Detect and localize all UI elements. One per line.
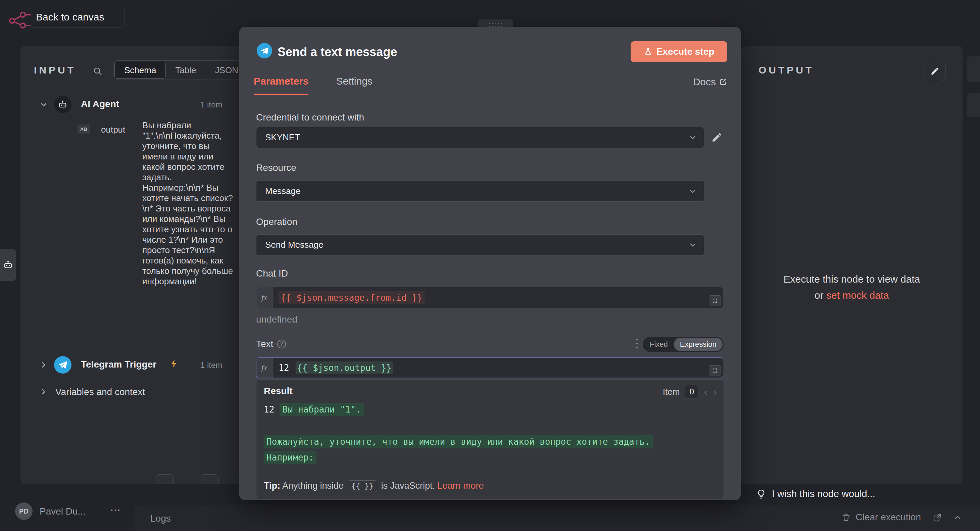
node-title[interactable]: Send a text message: [278, 45, 397, 59]
tab-parameters[interactable]: Parameters: [254, 76, 309, 95]
modal-tabs: Parameters Settings Docs: [239, 67, 741, 95]
toggle-fixed[interactable]: Fixed: [644, 338, 674, 351]
chevron-right-icon[interactable]: [39, 361, 48, 369]
telegram-trigger-item-count: 1 item: [200, 361, 222, 370]
text-expression: {{ $json.output }}: [296, 361, 393, 374]
input-view-tabs: Schema Table JSON: [113, 60, 249, 80]
telegram-trigger-node-label[interactable]: Telegram Trigger: [81, 359, 156, 370]
input-panel-title: INPUT: [34, 64, 76, 76]
resource-value: Message: [265, 186, 301, 196]
user-name: Pavel Du...: [40, 506, 86, 517]
schema-field-output-value: Вы набрали "1".\n\nПожалуйста, уточните,…: [142, 120, 234, 287]
chevron-down-icon[interactable]: [39, 100, 48, 109]
ai-agent-node-label[interactable]: AI Agent: [81, 99, 119, 110]
pop-out-icon[interactable]: [932, 512, 942, 523]
drag-dots-icon: [488, 23, 502, 27]
fixed-expression-toggle: Fixed Expression: [643, 337, 724, 352]
schema-pager-button[interactable]: [156, 474, 173, 484]
result-line-1: 12 Вы набрали "1".: [264, 404, 364, 415]
edit-credential-icon[interactable]: [711, 132, 722, 143]
robot-icon: [3, 259, 13, 270]
text-cursor: [295, 362, 295, 373]
operation-value: Send Message: [265, 240, 323, 250]
back-to-canvas-label: Back to canvas: [36, 11, 104, 23]
tab-settings[interactable]: Settings: [336, 76, 372, 95]
execute-step-button[interactable]: Execute step: [631, 41, 727, 62]
chevron-up-icon[interactable]: [953, 512, 963, 523]
chat-id-label: Chat ID: [256, 268, 288, 279]
chevron-down-icon: [688, 241, 697, 250]
result-title: Result: [264, 386, 293, 396]
learn-more-link[interactable]: Learn more: [437, 481, 484, 491]
chat-id-expression-input[interactable]: fx {{ $json.message.from.id }}: [256, 287, 723, 308]
toggle-expression[interactable]: Expression: [674, 338, 722, 351]
user-avatar[interactable]: PD: [15, 502, 33, 520]
set-mock-data-link[interactable]: set mock data: [826, 290, 889, 301]
output-panel: OUTPUT Execute this node to view data or…: [741, 46, 963, 484]
schema-field-output[interactable]: output: [101, 124, 125, 135]
lightning-bolt-icon: [170, 359, 179, 368]
empty-state-line1: Execute this node to view data: [741, 271, 963, 287]
flask-icon: [644, 47, 652, 56]
wish-label: I wish this node would...: [772, 488, 875, 499]
telegram-icon: [58, 360, 67, 370]
edit-output-button[interactable]: [924, 61, 945, 81]
text-literal: 12: [278, 363, 294, 373]
chevron-down-icon: [688, 133, 697, 142]
telegram-node-icon: [257, 43, 272, 59]
fx-icon: fx: [256, 358, 272, 378]
telegram-icon: [260, 46, 269, 55]
tab-table[interactable]: Table: [166, 62, 205, 78]
item-index[interactable]: 0: [685, 385, 698, 398]
result-line-3: Например:: [264, 453, 317, 463]
operation-select[interactable]: Send Message: [256, 234, 704, 256]
chat-id-preview: undefined: [256, 314, 298, 325]
logs-panel: Logs Clear execution: [134, 505, 980, 531]
tab-schema[interactable]: Schema: [115, 62, 166, 78]
input-panel: INPUT Schema Table JSON AI Agent 1 item …: [21, 46, 249, 484]
open-expression-editor-icon[interactable]: [709, 296, 721, 306]
clear-execution-button[interactable]: Clear execution: [842, 512, 921, 523]
empty-state-line2: or set mock data: [741, 287, 963, 304]
user-menu-icon[interactable]: ⋯: [110, 504, 121, 516]
pencil-icon: [930, 67, 940, 76]
app-root: Back to canvas INPUT Schema Table JSON: [0, 0, 980, 531]
expression-result-panel: Result Item 0 ‹ › 12 Вы набрали "1". Пож…: [256, 379, 724, 500]
external-link-icon: [719, 78, 727, 86]
logs-toggle[interactable]: Logs: [150, 513, 171, 524]
result-line-2: Пожалуйста, уточните, что вы имели в вид…: [264, 437, 653, 447]
collapsed-panel-strip[interactable]: [967, 56, 980, 82]
back-to-canvas-button[interactable]: Back to canvas: [29, 7, 125, 27]
text-expression-input[interactable]: fx 12 {{ $json.output }}: [256, 358, 723, 378]
resource-select[interactable]: Message: [256, 181, 704, 202]
assistant-tab-button[interactable]: [0, 249, 16, 281]
text-label: Text: [256, 339, 273, 350]
credential-label: Credential to connect with: [256, 112, 364, 123]
clear-execution-label: Clear execution: [856, 512, 921, 523]
help-icon[interactable]: ?: [277, 340, 286, 348]
trash-icon: [842, 512, 851, 522]
fx-icon: fx: [256, 287, 272, 308]
docs-link[interactable]: Docs: [693, 76, 727, 87]
schema-pager-button[interactable]: [201, 474, 218, 484]
output-empty-state: Execute this node to view data or set mo…: [741, 271, 963, 304]
lightbulb-icon: [756, 489, 767, 499]
prev-item-icon[interactable]: ‹: [704, 386, 708, 397]
chevron-right-icon[interactable]: [39, 387, 48, 396]
parameter-options-icon[interactable]: ⋮: [631, 336, 643, 350]
node-feedback-button[interactable]: I wish this node would...: [756, 488, 875, 499]
credential-select[interactable]: SKYNET: [256, 127, 704, 148]
next-item-icon[interactable]: ›: [713, 386, 717, 397]
collapsed-panel-strip[interactable]: [967, 93, 980, 117]
string-type-icon[interactable]: AB: [78, 124, 90, 134]
robot-icon: [58, 99, 68, 110]
chevron-down-icon: [688, 187, 697, 196]
chat-id-expression: {{ $json.message.from.id }}: [278, 291, 425, 304]
search-icon[interactable]: [93, 67, 102, 76]
ai-agent-item-count: 1 item: [200, 100, 222, 110]
output-panel-title: OUTPUT: [759, 64, 814, 76]
open-expression-editor-icon[interactable]: [709, 365, 721, 376]
tip-label: Tip:: [264, 481, 280, 491]
text-label-row: Text ?: [256, 339, 286, 350]
variables-and-context-label[interactable]: Variables and context: [56, 387, 145, 397]
